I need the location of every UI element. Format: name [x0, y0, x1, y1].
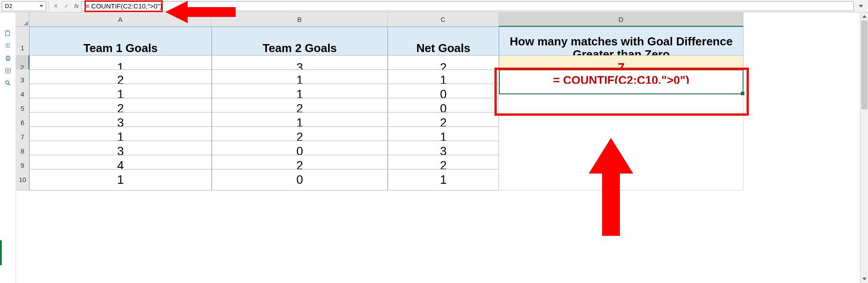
vertical-scrollbar[interactable]	[860, 12, 868, 283]
row-head-10[interactable]: 10	[16, 169, 29, 190]
scroll-down-button[interactable]	[860, 275, 868, 283]
chevron-down-icon	[859, 5, 863, 8]
triangle-up-icon	[862, 15, 867, 18]
spreadsheet-area: A B C D 1 Team 1 Goals Team 2 Goals Net …	[16, 12, 860, 283]
cell-d10[interactable]	[499, 169, 743, 190]
scroll-up-button[interactable]	[860, 12, 868, 20]
expand-formula-bar-button[interactable]	[856, 1, 865, 11]
sidebar-align-icon[interactable]	[4, 43, 12, 49]
confirm-formula-button[interactable]: ✓	[61, 1, 72, 11]
select-all-corner[interactable]	[16, 12, 29, 27]
triangle-down-icon	[862, 278, 867, 280]
formula-text: = COUNTIF(C2:C10,">0")	[85, 2, 162, 10]
svg-rect-1	[7, 30, 8, 32]
col-head-c[interactable]: C	[388, 12, 499, 27]
formula-bar: D2 ✕ ✓ fx = COUNTIF(C2:C10,">0")	[0, 0, 868, 12]
check-icon: ✓	[64, 3, 69, 9]
col-head-b[interactable]: B	[212, 12, 388, 27]
sidebar-active-tab-indicator	[0, 240, 2, 265]
formula-input[interactable]: = COUNTIF(C2:C10,">0")	[81, 1, 854, 11]
col-head-a[interactable]: A	[29, 12, 212, 27]
scrollbar-thumb[interactable]	[861, 20, 868, 109]
sidebar-paste-icon[interactable]	[4, 30, 12, 36]
col-head-d[interactable]: D	[499, 12, 743, 27]
cancel-icon: ✕	[53, 3, 58, 9]
sidebar-grid-icon[interactable]	[4, 68, 12, 74]
svg-rect-0	[5, 31, 9, 36]
fx-label[interactable]: fx	[74, 3, 79, 9]
grid: A B C D 1 Team 1 Goals Team 2 Goals Net …	[16, 12, 860, 183]
name-box-value: D2	[5, 3, 12, 9]
cell-c10[interactable]: 1	[388, 169, 499, 190]
left-sidebar	[0, 12, 16, 283]
cell-b10[interactable]: 0	[212, 169, 388, 190]
cell-a10[interactable]: 1	[29, 169, 212, 190]
name-box[interactable]: D2	[2, 1, 46, 11]
separator	[48, 2, 48, 11]
sidebar-print-icon[interactable]	[4, 55, 12, 61]
svg-point-11	[5, 81, 8, 84]
svg-line-12	[8, 84, 10, 85]
cancel-formula-button[interactable]: ✕	[50, 1, 61, 11]
sidebar-find-icon[interactable]	[4, 80, 12, 86]
name-box-dropdown-icon[interactable]	[40, 5, 43, 7]
svg-rect-6	[7, 56, 9, 57]
svg-rect-7	[7, 59, 9, 61]
